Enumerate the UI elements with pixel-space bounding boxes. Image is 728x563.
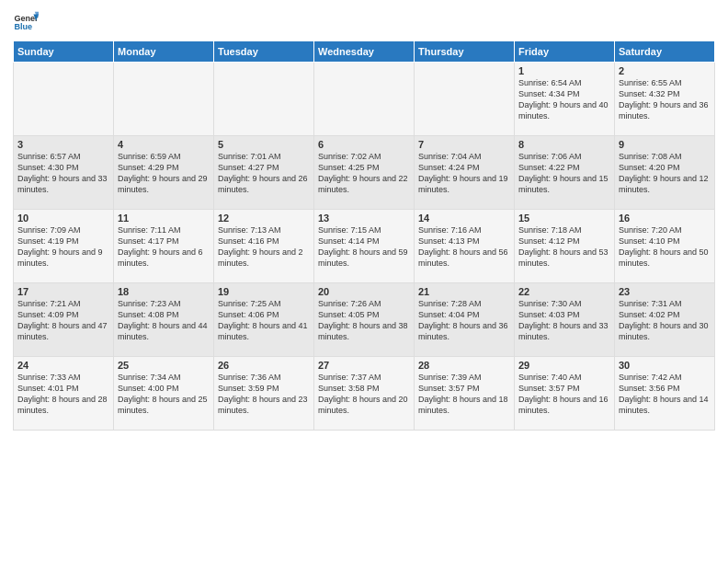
calendar-header: SundayMondayTuesdayWednesdayThursdayFrid… [14,41,715,63]
day-number: 14 [418,213,510,224]
day-number: 27 [318,360,410,371]
day-info: Sunrise: 7:04 AM Sunset: 4:24 PM Dayligh… [418,151,510,196]
calendar-cell: 6Sunrise: 7:02 AM Sunset: 4:25 PM Daylig… [314,136,415,210]
calendar-cell: 27Sunrise: 7:37 AM Sunset: 3:58 PM Dayli… [314,357,415,431]
calendar-cell: 4Sunrise: 6:59 AM Sunset: 4:29 PM Daylig… [114,136,214,210]
calendar-cell: 2Sunrise: 6:55 AM Sunset: 4:32 PM Daylig… [615,63,715,136]
day-info: Sunrise: 7:40 AM Sunset: 3:57 PM Dayligh… [518,372,610,417]
calendar-cell: 24Sunrise: 7:33 AM Sunset: 4:01 PM Dayli… [14,357,114,431]
calendar-row-0: 1Sunrise: 6:54 AM Sunset: 4:34 PM Daylig… [14,63,715,136]
header-cell-sunday: Sunday [14,41,114,63]
calendar-row-3: 17Sunrise: 7:21 AM Sunset: 4:09 PM Dayli… [14,283,715,357]
calendar-row-4: 24Sunrise: 7:33 AM Sunset: 4:01 PM Dayli… [14,357,715,431]
header-cell-friday: Friday [515,41,615,63]
day-info: Sunrise: 7:18 AM Sunset: 4:12 PM Dayligh… [518,224,610,270]
day-info: Sunrise: 7:11 AM Sunset: 4:17 PM Dayligh… [118,224,210,270]
day-number: 3 [17,139,109,150]
day-info: Sunrise: 7:28 AM Sunset: 4:04 PM Dayligh… [418,298,510,343]
day-info: Sunrise: 7:01 AM Sunset: 4:27 PM Dayligh… [218,151,310,196]
day-number: 29 [518,360,610,371]
calendar-row-2: 10Sunrise: 7:09 AM Sunset: 4:19 PM Dayli… [14,210,715,283]
day-number: 28 [418,360,510,371]
day-info: Sunrise: 7:21 AM Sunset: 4:09 PM Dayligh… [17,298,109,343]
calendar-cell: 18Sunrise: 7:23 AM Sunset: 4:08 PM Dayli… [114,283,214,357]
day-number: 1 [518,65,610,76]
calendar-cell: 19Sunrise: 7:25 AM Sunset: 4:06 PM Dayli… [214,283,314,357]
day-info: Sunrise: 7:37 AM Sunset: 3:58 PM Dayligh… [318,372,410,417]
logo: General Blue [13,9,42,35]
calendar-cell: 26Sunrise: 7:36 AM Sunset: 3:59 PM Dayli… [214,357,314,431]
day-info: Sunrise: 7:20 AM Sunset: 4:10 PM Dayligh… [619,224,711,270]
day-number: 2 [619,65,711,76]
day-number: 18 [118,286,210,297]
calendar-cell: 12Sunrise: 7:13 AM Sunset: 4:16 PM Dayli… [214,210,314,283]
day-number: 17 [17,286,109,297]
day-info: Sunrise: 7:34 AM Sunset: 4:00 PM Dayligh… [118,372,210,417]
calendar-cell: 13Sunrise: 7:15 AM Sunset: 4:14 PM Dayli… [314,210,415,283]
day-info: Sunrise: 7:16 AM Sunset: 4:13 PM Dayligh… [418,224,510,270]
calendar-cell: 20Sunrise: 7:26 AM Sunset: 4:05 PM Dayli… [314,283,415,357]
header-cell-saturday: Saturday [615,41,715,63]
calendar-cell: 28Sunrise: 7:39 AM Sunset: 3:57 PM Dayli… [415,357,515,431]
day-info: Sunrise: 7:23 AM Sunset: 4:08 PM Dayligh… [118,298,210,343]
day-number: 24 [17,360,109,371]
day-info: Sunrise: 7:42 AM Sunset: 3:56 PM Dayligh… [619,372,711,417]
calendar-cell: 25Sunrise: 7:34 AM Sunset: 4:00 PM Dayli… [114,357,214,431]
calendar-cell: 8Sunrise: 7:06 AM Sunset: 4:22 PM Daylig… [515,136,615,210]
day-info: Sunrise: 7:13 AM Sunset: 4:16 PM Dayligh… [218,224,310,270]
calendar-cell: 5Sunrise: 7:01 AM Sunset: 4:27 PM Daylig… [214,136,314,210]
calendar-cell: 22Sunrise: 7:30 AM Sunset: 4:03 PM Dayli… [515,283,615,357]
calendar-cell [14,63,114,136]
day-number: 21 [418,286,510,297]
day-info: Sunrise: 6:54 AM Sunset: 4:34 PM Dayligh… [518,77,610,122]
day-number: 15 [518,213,610,224]
day-number: 26 [218,360,310,371]
day-info: Sunrise: 7:36 AM Sunset: 3:59 PM Dayligh… [218,372,310,417]
day-info: Sunrise: 7:31 AM Sunset: 4:02 PM Dayligh… [619,298,711,343]
calendar-cell: 21Sunrise: 7:28 AM Sunset: 4:04 PM Dayli… [415,283,515,357]
calendar-cell: 7Sunrise: 7:04 AM Sunset: 4:24 PM Daylig… [415,136,515,210]
day-info: Sunrise: 6:59 AM Sunset: 4:29 PM Dayligh… [118,151,210,196]
calendar-cell [314,63,415,136]
day-number: 30 [619,360,711,371]
day-number: 13 [318,213,410,224]
header: General Blue [13,9,715,35]
day-number: 6 [318,139,410,150]
header-cell-thursday: Thursday [415,41,515,63]
calendar-cell [415,63,515,136]
day-number: 4 [118,139,210,150]
day-info: Sunrise: 7:26 AM Sunset: 4:05 PM Dayligh… [318,298,410,343]
calendar-cell: 14Sunrise: 7:16 AM Sunset: 4:13 PM Dayli… [415,210,515,283]
day-info: Sunrise: 7:33 AM Sunset: 4:01 PM Dayligh… [17,372,109,417]
day-info: Sunrise: 6:55 AM Sunset: 4:32 PM Dayligh… [619,77,711,122]
calendar-row-1: 3Sunrise: 6:57 AM Sunset: 4:30 PM Daylig… [14,136,715,210]
calendar-cell: 9Sunrise: 7:08 AM Sunset: 4:20 PM Daylig… [615,136,715,210]
day-info: Sunrise: 7:08 AM Sunset: 4:20 PM Dayligh… [619,151,711,196]
calendar-cell: 23Sunrise: 7:31 AM Sunset: 4:02 PM Dayli… [615,283,715,357]
header-row: SundayMondayTuesdayWednesdayThursdayFrid… [14,41,715,63]
day-number: 16 [619,213,711,224]
day-number: 23 [619,286,711,297]
calendar-cell: 3Sunrise: 6:57 AM Sunset: 4:30 PM Daylig… [14,136,114,210]
day-info: Sunrise: 6:57 AM Sunset: 4:30 PM Dayligh… [17,151,109,196]
day-info: Sunrise: 7:09 AM Sunset: 4:19 PM Dayligh… [17,224,109,270]
calendar-body: 1Sunrise: 6:54 AM Sunset: 4:34 PM Daylig… [14,63,715,431]
page: General Blue SundayMondayTuesdayWednesda… [0,0,728,563]
day-info: Sunrise: 7:39 AM Sunset: 3:57 PM Dayligh… [418,372,510,417]
calendar-cell: 16Sunrise: 7:20 AM Sunset: 4:10 PM Dayli… [615,210,715,283]
calendar-cell: 11Sunrise: 7:11 AM Sunset: 4:17 PM Dayli… [114,210,214,283]
logo-icon: General Blue [13,9,39,35]
day-info: Sunrise: 7:02 AM Sunset: 4:25 PM Dayligh… [318,151,410,196]
day-info: Sunrise: 7:25 AM Sunset: 4:06 PM Dayligh… [218,298,310,343]
day-number: 12 [218,213,310,224]
calendar-cell: 17Sunrise: 7:21 AM Sunset: 4:09 PM Dayli… [14,283,114,357]
day-number: 10 [17,213,109,224]
calendar-cell: 1Sunrise: 6:54 AM Sunset: 4:34 PM Daylig… [515,63,615,136]
day-number: 20 [318,286,410,297]
day-number: 9 [619,139,711,150]
day-number: 25 [118,360,210,371]
day-number: 22 [518,286,610,297]
day-info: Sunrise: 7:30 AM Sunset: 4:03 PM Dayligh… [518,298,610,343]
header-cell-monday: Monday [114,41,214,63]
calendar-cell: 29Sunrise: 7:40 AM Sunset: 3:57 PM Dayli… [515,357,615,431]
